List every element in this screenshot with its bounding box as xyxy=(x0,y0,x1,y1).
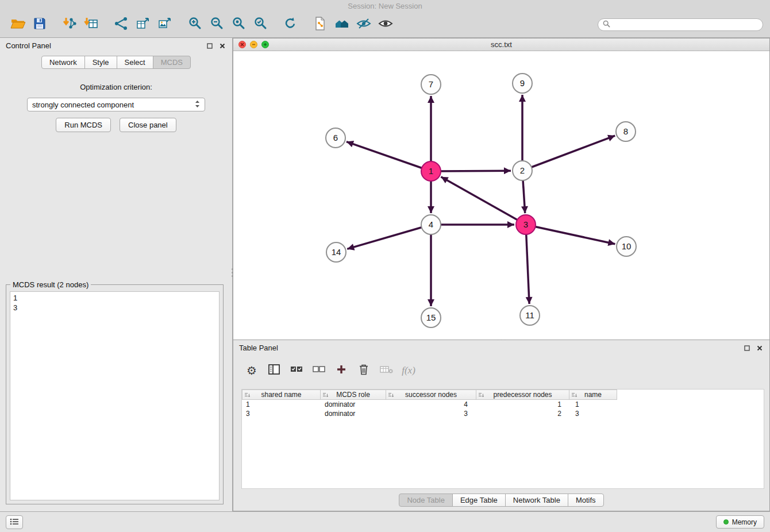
node-8[interactable]: 8 xyxy=(616,122,636,141)
table-tab-motifs[interactable]: Motifs xyxy=(568,494,604,507)
import-network-file-button[interactable] xyxy=(59,14,80,36)
column-header-shared-name[interactable]: shared name xyxy=(242,390,321,400)
edge-1-6[interactable] xyxy=(346,142,431,171)
node-10[interactable]: 10 xyxy=(617,237,636,256)
edge-1-2[interactable] xyxy=(431,171,511,171)
table-cell[interactable]: 4 xyxy=(387,400,478,408)
edge-3-10[interactable] xyxy=(526,225,615,244)
close-panel-icon[interactable] xyxy=(218,41,226,50)
close-panel-button[interactable]: Close panel xyxy=(120,118,176,132)
edge-3-11[interactable] xyxy=(526,225,529,304)
column-panel-button[interactable] xyxy=(267,363,281,378)
table-cell[interactable]: 3 xyxy=(387,410,478,418)
node-7[interactable]: 7 xyxy=(421,75,441,94)
edge-3-1[interactable] xyxy=(441,177,526,225)
search-box[interactable] xyxy=(598,18,763,31)
column-panel-icon xyxy=(268,364,280,377)
node-label: 15 xyxy=(426,313,436,322)
table-cell[interactable]: dominator xyxy=(321,400,387,408)
table-cell[interactable]: 1 xyxy=(478,400,571,408)
select-all-button[interactable] xyxy=(290,363,303,378)
node-1[interactable]: 1 xyxy=(421,161,441,181)
node-2[interactable]: 2 xyxy=(513,161,532,180)
eye-button[interactable] xyxy=(375,14,396,36)
zoom-out-button[interactable] xyxy=(206,14,228,36)
close-window-button[interactable] xyxy=(238,41,246,48)
run-mcds-button[interactable]: Run MCDS xyxy=(56,118,111,132)
add-column-button[interactable] xyxy=(334,363,348,378)
node-9[interactable]: 9 xyxy=(513,74,532,93)
table-cell[interactable]: 3 xyxy=(242,410,321,418)
vertical-splitter-handle[interactable] xyxy=(230,264,235,280)
zoom-in-button[interactable] xyxy=(184,14,206,36)
memory-button[interactable]: Memory xyxy=(716,515,764,529)
node-3[interactable]: 3 xyxy=(516,215,536,234)
deselect-all-button[interactable] xyxy=(312,363,326,378)
status-bar: Memory xyxy=(0,511,770,532)
control-tab-network[interactable]: Network xyxy=(41,56,85,69)
float-panel-icon[interactable] xyxy=(205,41,214,50)
close-table-panel-icon[interactable] xyxy=(755,344,764,352)
document-network-button[interactable] xyxy=(309,14,331,36)
edge-2-8[interactable] xyxy=(522,136,615,171)
export-table-button[interactable] xyxy=(132,14,154,36)
float-table-panel-icon[interactable] xyxy=(742,344,751,352)
column-header-MCDS-role[interactable]: MCDS role xyxy=(320,390,386,400)
control-tab-select[interactable]: Select xyxy=(117,56,153,69)
table-tab-network-table[interactable]: Network Table xyxy=(505,494,568,507)
control-panel: Control Panel NetworkStyleSelectMCDS Opt… xyxy=(0,38,233,511)
column-header-name[interactable]: name xyxy=(569,390,617,400)
node-15[interactable]: 15 xyxy=(421,308,441,327)
column-header-successor-nodes[interactable]: successor nodes xyxy=(386,390,476,400)
home-button[interactable] xyxy=(331,14,353,36)
network-share-button[interactable] xyxy=(110,14,132,36)
table-cell[interactable]: 2 xyxy=(478,410,571,418)
task-history-button[interactable] xyxy=(6,515,23,529)
column-header-label: MCDS role xyxy=(336,391,370,399)
eye-icon xyxy=(378,16,393,33)
open-folder-icon xyxy=(10,16,25,33)
table-cell[interactable]: 3 xyxy=(571,410,619,418)
zoom-fit-button[interactable] xyxy=(228,14,249,36)
delete-button[interactable] xyxy=(357,363,371,378)
column-sort-icon[interactable] xyxy=(478,392,484,400)
function-builder-button[interactable]: f(x) xyxy=(402,363,415,378)
zoom-selected-button[interactable] xyxy=(249,14,271,36)
network-window-titlebar[interactable]: scc.txt xyxy=(233,38,769,51)
table-tab-edge-table[interactable]: Edge Table xyxy=(452,494,506,507)
delete-column-button[interactable] xyxy=(379,363,393,378)
table-row[interactable]: 1dominator411 xyxy=(242,400,764,409)
open-folder-button[interactable] xyxy=(7,14,29,36)
minimize-window-button[interactable] xyxy=(250,41,257,48)
node-11[interactable]: 11 xyxy=(520,306,540,325)
export-image-button[interactable] xyxy=(154,14,176,36)
node-6[interactable]: 6 xyxy=(326,128,345,148)
refresh-button[interactable] xyxy=(279,14,301,36)
zoom-window-button[interactable] xyxy=(261,41,269,48)
column-header-predecessor-nodes[interactable]: predecessor nodes xyxy=(476,390,569,400)
column-sort-icon[interactable] xyxy=(244,392,251,400)
table-cell[interactable]: 1 xyxy=(242,400,321,408)
column-sort-icon[interactable] xyxy=(322,392,329,400)
plus-icon xyxy=(336,364,346,377)
edge-4-14[interactable] xyxy=(347,225,431,249)
table-tab-node-table[interactable]: Node Table xyxy=(399,494,453,507)
search-input[interactable] xyxy=(613,21,758,29)
save-button[interactable] xyxy=(29,14,51,36)
import-table-file-button[interactable] xyxy=(80,14,102,36)
control-tab-mcds[interactable]: MCDS xyxy=(153,56,191,69)
mcds-result-box[interactable]: 13 xyxy=(10,291,220,500)
table-cell[interactable]: 1 xyxy=(571,400,619,408)
column-sort-icon[interactable] xyxy=(571,392,578,400)
table-cell[interactable]: dominator xyxy=(321,410,387,418)
node-4[interactable]: 4 xyxy=(421,215,441,234)
optimization-dropdown[interactable]: strongly connected component xyxy=(27,98,205,111)
table-settings-button[interactable]: ⚙ xyxy=(245,363,259,378)
style-eye-slash-button[interactable] xyxy=(353,14,375,36)
control-tab-style[interactable]: Style xyxy=(84,56,117,69)
memory-status-icon xyxy=(723,519,729,525)
network-canvas[interactable]: 7968124314101511 xyxy=(233,51,769,340)
column-sort-icon[interactable] xyxy=(388,392,394,400)
table-row[interactable]: 3dominator323 xyxy=(242,409,764,418)
node-14[interactable]: 14 xyxy=(326,242,346,262)
